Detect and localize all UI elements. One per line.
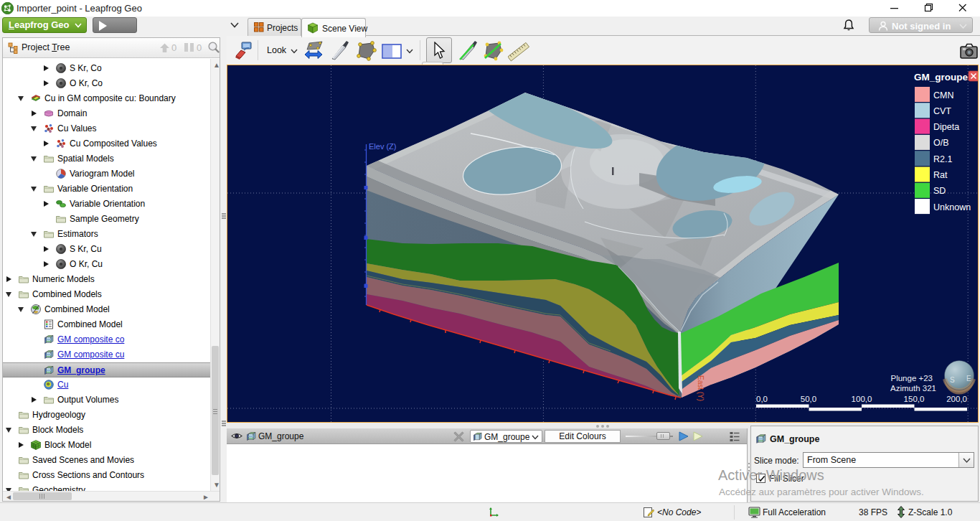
svg-text:Plunge +23: Plunge +23 xyxy=(890,374,933,382)
svg-text:200,0: 200,0 xyxy=(946,395,967,403)
svg-text:GM_groupe: GM_groupe xyxy=(914,72,968,83)
svg-text:S: S xyxy=(950,376,955,384)
svg-text:Elev (Z): Elev (Z) xyxy=(369,142,397,151)
svg-text:Azimuth 321: Azimuth 321 xyxy=(890,384,936,393)
svg-text:0,0: 0,0 xyxy=(756,395,768,403)
svg-text:Unknown: Unknown xyxy=(933,202,971,212)
svg-text:SD: SD xyxy=(933,186,946,196)
svg-text:50,0: 50,0 xyxy=(801,395,816,403)
svg-text:CVT: CVT xyxy=(933,106,951,116)
svg-text:O/B: O/B xyxy=(933,138,949,148)
svg-text:Rat: Rat xyxy=(933,170,948,180)
svg-text:Dipeta: Dipeta xyxy=(933,122,959,132)
svg-text:E: E xyxy=(966,375,971,382)
svg-text:East (Y): East (Y) xyxy=(697,375,705,401)
svg-text:100,0: 100,0 xyxy=(852,395,872,403)
svg-text:CMN: CMN xyxy=(933,90,953,100)
svg-text:150,0: 150,0 xyxy=(904,395,925,403)
svg-text:R2.1: R2.1 xyxy=(933,154,952,164)
